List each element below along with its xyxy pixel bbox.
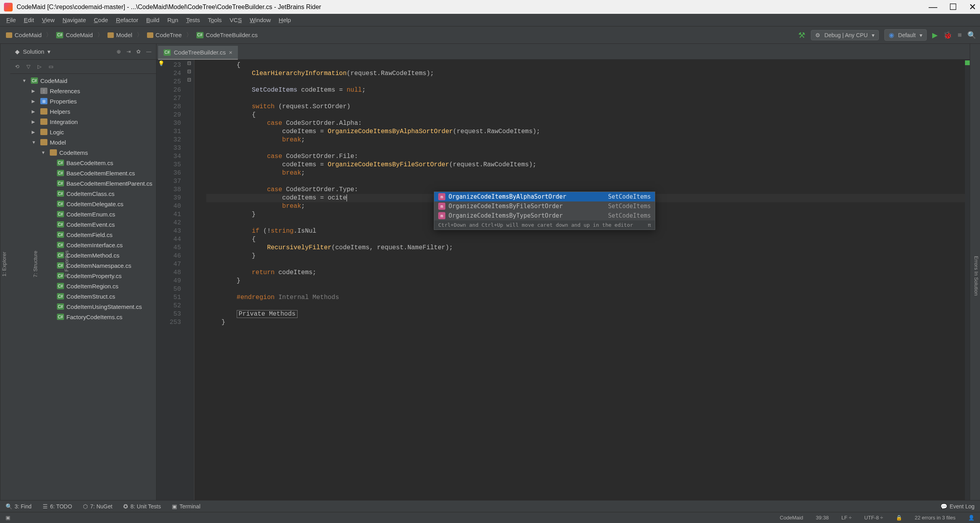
tool-tab-structure[interactable]: 7: Structure: [32, 248, 39, 280]
status-lock-icon[interactable]: 🔒: [896, 515, 902, 521]
crumb-sep-icon: 〉: [46, 31, 52, 39]
collapse-all-icon[interactable]: ▷: [38, 64, 41, 70]
crumb-file[interactable]: C# CodeTreeBuilder.cs: [194, 30, 260, 40]
hide-icon[interactable]: —: [146, 49, 151, 55]
status-errors[interactable]: 22 errors in 3 files: [915, 515, 956, 521]
crumb-folder[interactable]: Model: [106, 30, 134, 40]
tree-file[interactable]: C#CodeItemField.cs: [10, 230, 156, 240]
menu-tools[interactable]: Tools: [205, 15, 224, 24]
tree-folder[interactable]: ▶ Integration: [10, 117, 156, 127]
menu-refactor[interactable]: Refactor: [113, 15, 141, 24]
tool-tab-explorer[interactable]: 1: Explorer: [0, 248, 8, 280]
tree-properties[interactable]: ▶ ⊞ Properties: [10, 96, 156, 106]
csharp-file-icon: C#: [164, 49, 171, 56]
tree-file[interactable]: C#BaseCodeItemElementParent.cs: [10, 178, 156, 188]
run-button[interactable]: ▶: [932, 31, 938, 40]
locate-icon[interactable]: ⊕: [117, 49, 121, 55]
status-encoding[interactable]: UTF-8 ÷: [864, 515, 883, 521]
tree-label: CodeItemField.cs: [66, 231, 113, 238]
menu-help[interactable]: Help: [276, 15, 293, 24]
tool-todo[interactable]: ☰6: TODO: [43, 503, 72, 510]
tree-folder-codeitems[interactable]: ▼ CodeItems: [10, 147, 156, 158]
csharp-file-icon: C#: [57, 293, 64, 299]
run-target-selector[interactable]: ◉ Default ▾: [884, 29, 927, 41]
menu-code[interactable]: Code: [92, 15, 111, 24]
settings-icon[interactable]: ✿: [136, 49, 141, 55]
tree-file[interactable]: C#CodeItemStruct.cs: [10, 291, 156, 301]
tree-file[interactable]: C#CodeItemRegion.cs: [10, 281, 156, 291]
tool-event-log[interactable]: 💬Event Log: [940, 503, 974, 510]
expand-icon[interactable]: ▽: [26, 64, 30, 70]
csharp-file-icon: C#: [57, 190, 64, 197]
tree-folder[interactable]: ▶ Helpers: [10, 106, 156, 117]
maximize-button[interactable]: ☐: [949, 2, 957, 12]
crumb-project[interactable]: C# CodeMaid: [54, 30, 94, 40]
analysis-ok-icon: [965, 60, 970, 65]
collapse-icon[interactable]: ⇥: [126, 49, 131, 55]
menu-vcs[interactable]: VCS: [227, 15, 244, 24]
menu-window[interactable]: Window: [247, 15, 273, 24]
completion-type: SetCodeItems: [608, 193, 651, 200]
editor-tab[interactable]: C# CodeTreeBuilder.cs ×: [158, 46, 238, 60]
sync-icon[interactable]: ⟲: [15, 64, 19, 70]
menu-edit[interactable]: Edit: [21, 15, 36, 24]
tree-file[interactable]: C#BaseCodeItemElement.cs: [10, 168, 156, 178]
icon-gutter: 💡: [156, 60, 166, 500]
minimize-button[interactable]: —: [929, 2, 937, 12]
solution-tree[interactable]: ▼ C# CodeMaid ▶ ⋮ References ▶ ⊞ Propert…: [10, 74, 156, 500]
code-completion-popup[interactable]: m OrganizeCodeItemsByAlphaSortOrder SetC…: [434, 192, 655, 230]
stop-button[interactable]: ■: [957, 31, 962, 39]
code-content[interactable]: { ClearHierarchyInformation(request.RawC…: [194, 60, 965, 500]
menu-navigate[interactable]: Navigate: [60, 15, 88, 24]
tool-unit-tests[interactable]: ✪8: Unit Tests: [123, 503, 161, 510]
completion-item[interactable]: m OrganizeCodeItemsByTypeSortOrder SetCo…: [434, 211, 655, 220]
tree-file[interactable]: C#BaseCodeItem.cs: [10, 158, 156, 168]
build-icon[interactable]: ⚒: [798, 30, 805, 40]
fold-gutter[interactable]: ⊟⊟⊟: [184, 60, 194, 500]
tree-folder-model[interactable]: ▼ Model: [10, 137, 156, 147]
tree-references[interactable]: ▶ ⋮ References: [10, 86, 156, 96]
tool-terminal[interactable]: ▣Terminal: [172, 503, 200, 510]
tool-find[interactable]: 🔍3: Find: [6, 503, 32, 510]
menu-run[interactable]: Run: [165, 15, 181, 24]
tree-file[interactable]: C#CodeItemEvent.cs: [10, 219, 156, 230]
menu-tests[interactable]: Tests: [184, 15, 202, 24]
crumb-folder[interactable]: CodeTree: [145, 30, 184, 40]
tree-file[interactable]: C#FactoryCodeItems.cs: [10, 312, 156, 322]
status-windows-icon[interactable]: ▣: [6, 515, 10, 521]
completion-item[interactable]: m OrganizeCodeItemsByAlphaSortOrder SetC…: [434, 192, 655, 201]
chevron-down-icon: ▾: [872, 32, 874, 38]
status-inspections-icon[interactable]: 👤: [968, 515, 974, 521]
tree-file[interactable]: C#CodeItemUsingStatement.cs: [10, 301, 156, 312]
status-project[interactable]: CodeMaid: [780, 515, 803, 521]
code-editor[interactable]: 💡 23242526272829303132333435363738394041…: [156, 60, 970, 500]
completion-item[interactable]: m OrganizeCodeItemsByFileSortOrder SetCo…: [434, 201, 655, 211]
menu-bar: File Edit View Navigate Code Refactor Bu…: [0, 14, 980, 26]
tree-folder[interactable]: ▶ Logic: [10, 127, 156, 137]
status-line-separator[interactable]: LF ÷: [841, 515, 852, 521]
bottom-tool-bar: 🔍3: Find ☰6: TODO ⬡7: NuGet ✪8: Unit Tes…: [0, 500, 980, 512]
tree-file[interactable]: C#CodeItemClass.cs: [10, 188, 156, 199]
menu-view[interactable]: View: [40, 15, 57, 24]
app-icon: [4, 3, 13, 11]
popup-settings-icon[interactable]: π: [648, 222, 651, 228]
tool-tab-errors[interactable]: Errors In Solution: [972, 253, 980, 299]
status-caret-position[interactable]: 39:38: [816, 515, 829, 521]
tree-file[interactable]: C#CodeItemEnum.cs: [10, 209, 156, 219]
configuration-selector[interactable]: ⚙ Debug | Any CPU ▾: [811, 30, 878, 40]
tool-tab-favorites[interactable]: 2: Favorites: [63, 248, 70, 281]
tree-solution[interactable]: ▼ C# CodeMaid: [10, 75, 156, 86]
search-button[interactable]: 🔍: [967, 31, 976, 40]
debug-button[interactable]: 🐞: [943, 31, 952, 40]
tree-file[interactable]: C#CodeItemDelegate.cs: [10, 199, 156, 209]
close-tab-icon[interactable]: ×: [229, 49, 232, 56]
target-icon: ◉: [889, 31, 894, 39]
menu-build[interactable]: Build: [144, 15, 162, 24]
crumb-solution[interactable]: CodeMaid: [4, 30, 43, 40]
menu-file[interactable]: File: [4, 15, 18, 24]
show-all-icon[interactable]: ▭: [49, 64, 53, 70]
tool-nuget[interactable]: ⬡7: NuGet: [83, 503, 112, 510]
chevron-down-icon[interactable]: ▾: [47, 48, 51, 55]
chevron-down-icon: ▼: [32, 140, 38, 145]
close-button[interactable]: ✕: [969, 2, 976, 12]
